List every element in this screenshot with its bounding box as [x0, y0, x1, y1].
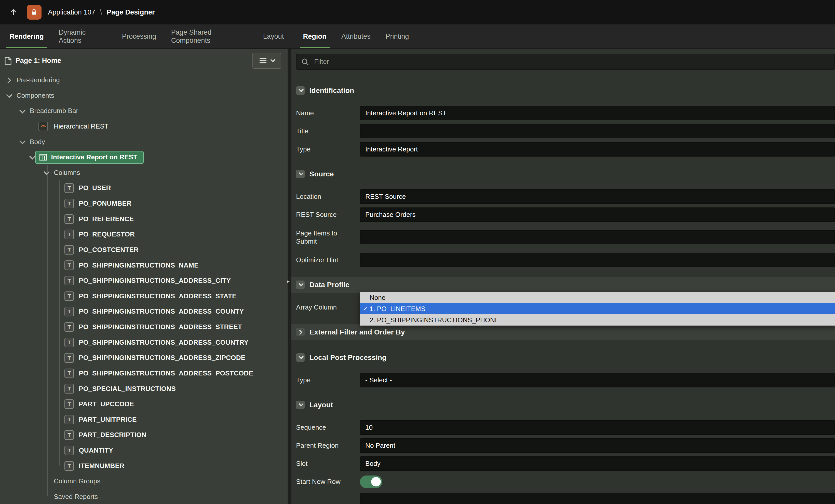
collapse-section-icon[interactable]	[296, 170, 304, 178]
tree-item-columns[interactable]: Columns	[0, 165, 288, 181]
tab-page-shared-components[interactable]: Page Shared Components	[164, 24, 256, 48]
hamburger-icon	[260, 58, 266, 63]
tree-item-column[interactable]: TPO_SHIPPINGINSTRUCTIONS_ADDRESS_ZIPCODE	[0, 350, 288, 366]
section-external-filter[interactable]: External Filter and Order By	[291, 324, 835, 340]
breadcrumb-application[interactable]: Application 107	[48, 8, 95, 16]
filter-input[interactable]	[313, 57, 830, 66]
property-row-array-column: Array Column None ✓ 1. PO_LINEITEMS	[296, 300, 835, 314]
breadcrumb-separator: \	[100, 8, 102, 16]
chevron-down-icon[interactable]	[4, 93, 13, 98]
property-row-name: Name Interactive Report on REST	[296, 106, 835, 120]
tree-item-body[interactable]: Body	[0, 134, 288, 150]
location-field[interactable]: REST Source	[360, 189, 835, 204]
text-column-icon: T	[64, 322, 74, 332]
application-icon[interactable]	[27, 5, 42, 20]
tree-item-column[interactable]: TPO_SHIPPINGINSTRUCTIONS_ADDRESS_STATE	[0, 288, 288, 304]
tree-menu-button[interactable]	[252, 53, 281, 69]
tree-item-interactive-report-selected[interactable]: Interactive Report on REST	[0, 149, 288, 165]
tree-item-column[interactable]: TPART_DESCRIPTION	[0, 427, 288, 443]
property-row-sequence: Sequence 10	[296, 420, 835, 435]
collapse-section-icon[interactable]	[296, 401, 304, 409]
chevron-right-icon[interactable]	[4, 78, 13, 82]
chevron-down-icon[interactable]	[42, 171, 50, 175]
section-identification[interactable]: Identification	[291, 82, 835, 99]
tree-item-pre-rendering[interactable]: Pre-Rendering	[0, 72, 288, 88]
tab-printing[interactable]: Printing	[378, 24, 416, 48]
tree-item-column[interactable]: TPO_USER	[0, 181, 288, 196]
property-row-title: Title	[296, 124, 835, 138]
section-local-post-processing[interactable]: Local Post Processing	[291, 350, 835, 365]
tree-item-column[interactable]: TPO_SHIPPINGINSTRUCTIONS_NAME	[0, 258, 288, 273]
rendering-tree-panel: Page 1: Home Pre-Rendering Components	[0, 49, 288, 504]
text-column-icon: T	[64, 245, 74, 255]
panel-splitter[interactable]: ▸	[288, 49, 291, 504]
property-row-start-new-row: Start New Row	[296, 475, 835, 489]
chevron-down-icon[interactable]	[18, 109, 26, 113]
text-column-icon: T	[64, 353, 74, 362]
tree-item-breadcrumb-bar[interactable]: Breadcrumb Bar	[0, 103, 288, 119]
tree-item-column[interactable]: TPO_SHIPPINGINSTRUCTIONS_ADDRESS_CITY	[0, 273, 288, 288]
chevron-down-icon	[270, 59, 274, 62]
text-column-icon: T	[64, 415, 74, 424]
tree-item-column[interactable]: TPO_PONUMBER	[0, 196, 288, 211]
parent-region-select[interactable]: No Parent	[360, 438, 835, 453]
collapse-section-icon[interactable]	[296, 280, 304, 289]
tree-item-column[interactable]: TPO_COSTCENTER	[0, 242, 288, 258]
main-area: Page 1: Home Pre-Rendering Components	[0, 49, 835, 504]
tree-item-column[interactable]: TPO_SHIPPINGINSTRUCTIONS_ADDRESS_POSTCOD…	[0, 365, 288, 381]
tab-attributes[interactable]: Attributes	[334, 24, 378, 48]
title-field[interactable]	[360, 124, 835, 138]
tree-item-column[interactable]: TPO_SHIPPINGINSTRUCTIONS_ADDRESS_COUNTRY	[0, 335, 288, 350]
section-layout[interactable]: Layout	[291, 397, 835, 413]
tree-item-column[interactable]: TITEMNUMBER	[0, 458, 288, 474]
clipped-field[interactable]	[360, 493, 835, 504]
tab-rendering[interactable]: Rendering	[2, 24, 51, 48]
optimizer-hint-field[interactable]	[360, 253, 835, 267]
tree-item-column[interactable]: TQUANTITY	[0, 443, 288, 458]
tree-item-hierarchical-rest[interactable]: Hierarchical REST	[0, 119, 288, 134]
start-new-row-toggle[interactable]	[360, 476, 382, 488]
expand-section-icon[interactable]	[296, 328, 304, 336]
tab-processing[interactable]: Processing	[115, 24, 164, 48]
tree-item-column[interactable]: TPO_SPECIAL_INSTRUCTIONS	[0, 381, 288, 397]
tree-item-column[interactable]: TPO_SHIPPINGINSTRUCTIONS_ADDRESS_STREET	[0, 319, 288, 335]
tree-item-column[interactable]: TPART_UPCCODE	[0, 396, 288, 412]
text-column-icon: T	[64, 338, 74, 347]
tree-item-column-groups[interactable]: Column Groups	[0, 474, 288, 489]
section-data-profile[interactable]: Data Profile	[291, 277, 835, 293]
text-column-icon: T	[64, 369, 74, 378]
tree-item-column[interactable]: TPART_UNITPRICE	[0, 412, 288, 427]
go-up-icon[interactable]	[7, 8, 19, 16]
property-row-page-items-to-submit: Page Items to Submit	[296, 226, 835, 249]
chevron-down-icon[interactable]	[28, 155, 35, 159]
rest-source-field[interactable]: Purchase Orders	[360, 207, 835, 222]
sequence-field[interactable]: 10	[360, 420, 835, 435]
type-field[interactable]: Interactive Report	[360, 142, 835, 156]
lpp-type-select[interactable]: - Select -	[360, 373, 835, 387]
check-icon: ✓	[362, 306, 369, 312]
name-field[interactable]: Interactive Report on REST	[360, 106, 835, 120]
slot-select[interactable]: Body	[360, 456, 835, 471]
text-column-icon: T	[64, 260, 74, 270]
page-items-field[interactable]	[360, 230, 835, 244]
tree-item-column[interactable]: TPO_REQUESTOR	[0, 227, 288, 242]
collapse-section-icon[interactable]	[296, 86, 304, 95]
property-editor-panel: Identification Name Interactive Report o…	[291, 49, 835, 504]
collapse-section-icon[interactable]	[296, 353, 304, 362]
tree-item-components[interactable]: Components	[0, 88, 288, 103]
tab-region[interactable]: Region	[296, 24, 334, 48]
dropdown-option-po-shippinginstructions-phone[interactable]: 2. PO_SHIPPINGINSTRUCTIONS_PHONE	[360, 314, 835, 326]
selected-region-pill[interactable]: Interactive Report on REST	[35, 151, 144, 164]
tree-root-label[interactable]: Page 1: Home	[16, 57, 61, 65]
tab-dynamic-actions[interactable]: Dynamic Actions	[51, 24, 115, 48]
tree-item-column[interactable]: TPO_REFERENCE	[0, 211, 288, 227]
dropdown-option-po-lineitems[interactable]: ✓ 1. PO_LINEITEMS	[360, 303, 835, 314]
property-filter[interactable]	[296, 54, 835, 70]
chevron-down-icon[interactable]	[18, 140, 26, 144]
tab-layout[interactable]: Layout	[256, 24, 291, 48]
dropdown-option-none[interactable]: None	[360, 292, 835, 303]
text-column-icon: T	[64, 430, 74, 440]
tree-item-column[interactable]: TPO_SHIPPINGINSTRUCTIONS_ADDRESS_COUNTY	[0, 304, 288, 319]
tree-item-saved-reports[interactable]: Saved Reports	[0, 489, 288, 504]
section-source[interactable]: Source	[291, 166, 835, 182]
